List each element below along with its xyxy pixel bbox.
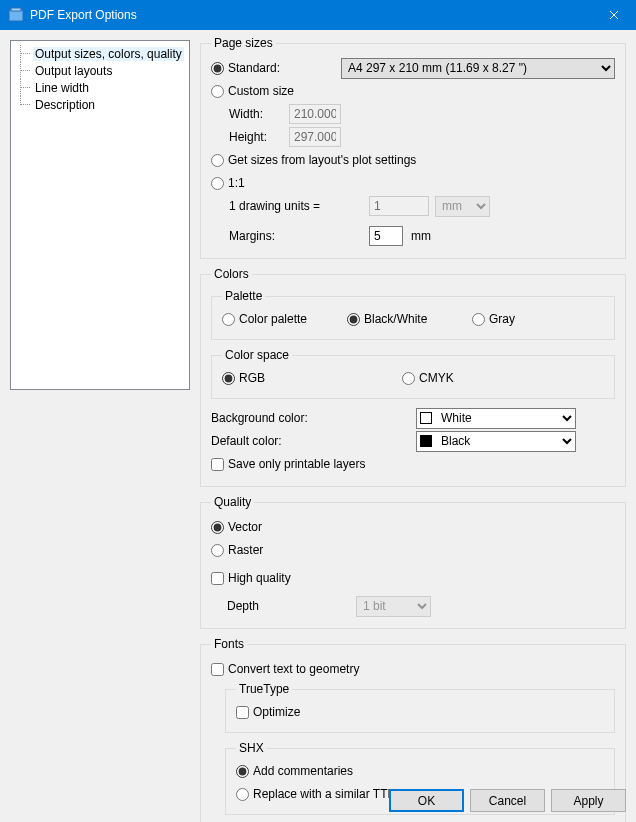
radio-custom-input[interactable]	[211, 85, 224, 98]
check-optimize-input[interactable]	[236, 706, 249, 719]
default-color-combo[interactable]: Black	[416, 431, 576, 452]
settings-panel: Page sizes Standard: A4 297 x 210 mm (11…	[200, 36, 626, 822]
group-page-sizes: Page sizes Standard: A4 297 x 210 mm (11…	[200, 36, 626, 259]
radio-one-to-one[interactable]: 1:1	[211, 176, 245, 190]
tree-label: Description	[33, 98, 97, 112]
radio-gray-input[interactable]	[472, 313, 485, 326]
tree-label: Output sizes, colors, quality	[33, 47, 184, 61]
tree-item-line-width[interactable]: Line width	[13, 79, 187, 96]
default-color-label: Default color:	[211, 434, 416, 448]
legend-palette: Palette	[222, 289, 265, 303]
radio-rgb[interactable]: RGB	[222, 371, 402, 385]
radio-layout-sizes-input[interactable]	[211, 154, 224, 167]
drawing-units-field[interactable]	[369, 196, 429, 216]
drawing-units-label: 1 drawing units =	[229, 199, 369, 213]
radio-cmyk[interactable]: CMYK	[402, 371, 454, 385]
radio-shx-add-input[interactable]	[236, 765, 249, 778]
tree-label: Line width	[33, 81, 91, 95]
legend-color-space: Color space	[222, 348, 292, 362]
radio-raster-input[interactable]	[211, 544, 224, 557]
width-label: Width:	[229, 107, 289, 121]
margins-unit: mm	[411, 229, 431, 243]
ok-button[interactable]: OK	[389, 789, 464, 812]
group-colors: Colors Palette Color palette Black/White…	[200, 267, 626, 487]
legend-page-sizes: Page sizes	[211, 36, 276, 50]
height-field[interactable]	[289, 127, 341, 147]
legend-quality: Quality	[211, 495, 254, 509]
width-field[interactable]	[289, 104, 341, 124]
radio-custom[interactable]: Custom size	[211, 84, 294, 98]
margins-label: Margins:	[229, 229, 369, 243]
margins-field[interactable]	[369, 226, 403, 246]
radio-bw[interactable]: Black/White	[347, 312, 472, 326]
legend-truetype: TrueType	[236, 682, 292, 696]
radio-color-palette[interactable]: Color palette	[222, 312, 347, 326]
radio-shx-replace-input[interactable]	[236, 788, 249, 801]
legend-shx: SHX	[236, 741, 267, 755]
standard-size-combo[interactable]: A4 297 x 210 mm (11.69 x 8.27 ")	[341, 58, 615, 79]
radio-layout-sizes[interactable]: Get sizes from layout's plot settings	[211, 153, 416, 167]
radio-rgb-input[interactable]	[222, 372, 235, 385]
svg-rect-1	[11, 8, 21, 11]
check-optimize[interactable]: Optimize	[236, 705, 300, 719]
radio-shx-replace[interactable]: Replace with a similar TTF	[236, 787, 395, 801]
radio-standard[interactable]: Standard:	[211, 61, 341, 75]
check-save-printable[interactable]: Save only printable layers	[211, 457, 365, 471]
svg-rect-0	[9, 10, 23, 21]
content-area: Output sizes, colors, quality Output lay…	[0, 30, 636, 822]
radio-standard-input[interactable]	[211, 62, 224, 75]
dialog-buttons: OK Cancel Apply	[389, 789, 626, 812]
legend-fonts: Fonts	[211, 637, 247, 651]
group-quality: Quality Vector Raster High quality	[200, 495, 626, 629]
height-label: Height:	[229, 130, 289, 144]
radio-color-palette-input[interactable]	[222, 313, 235, 326]
depth-label: Depth	[211, 599, 356, 613]
group-truetype: TrueType Optimize	[225, 682, 615, 733]
radio-vector[interactable]: Vector	[211, 520, 262, 534]
tree-item-output-layouts[interactable]: Output layouts	[13, 62, 187, 79]
tree-item-description[interactable]: Description	[13, 96, 187, 113]
radio-gray[interactable]: Gray	[472, 312, 515, 326]
check-save-printable-input[interactable]	[211, 458, 224, 471]
check-convert-text[interactable]: Convert text to geometry	[211, 662, 359, 676]
tree-label: Output layouts	[33, 64, 114, 78]
depth-combo[interactable]: 1 bit	[356, 596, 431, 617]
legend-colors: Colors	[211, 267, 252, 281]
bg-color-combo[interactable]: White	[416, 408, 576, 429]
category-tree[interactable]: Output sizes, colors, quality Output lay…	[10, 40, 190, 390]
window-title: PDF Export Options	[30, 8, 591, 22]
tree-item-output-sizes[interactable]: Output sizes, colors, quality	[13, 45, 187, 62]
radio-raster[interactable]: Raster	[211, 543, 263, 557]
drawing-units-combo[interactable]: mm	[435, 196, 490, 217]
check-high-quality[interactable]: High quality	[211, 571, 291, 585]
app-icon	[8, 7, 24, 23]
group-palette: Palette Color palette Black/White Gray	[211, 289, 615, 340]
radio-one-to-one-input[interactable]	[211, 177, 224, 190]
cancel-button[interactable]: Cancel	[470, 789, 545, 812]
radio-bw-input[interactable]	[347, 313, 360, 326]
bg-color-label: Background color:	[211, 411, 416, 425]
check-convert-text-input[interactable]	[211, 663, 224, 676]
check-high-quality-input[interactable]	[211, 572, 224, 585]
group-color-space: Color space RGB CMYK	[211, 348, 615, 399]
radio-shx-add[interactable]: Add commentaries	[236, 764, 353, 778]
radio-cmyk-input[interactable]	[402, 372, 415, 385]
titlebar: PDF Export Options	[0, 0, 636, 30]
apply-button[interactable]: Apply	[551, 789, 626, 812]
radio-vector-input[interactable]	[211, 521, 224, 534]
close-button[interactable]	[591, 0, 636, 30]
